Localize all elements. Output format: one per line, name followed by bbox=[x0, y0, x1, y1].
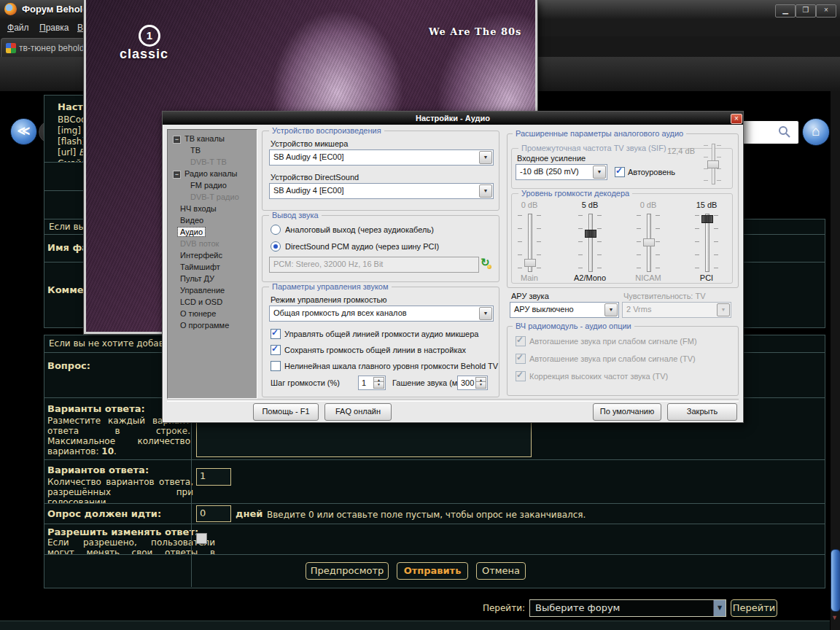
minimize-button[interactable]: ▁ bbox=[775, 4, 796, 18]
tree-expander-icon[interactable]: − bbox=[173, 136, 181, 144]
goto-button[interactable]: Перейти bbox=[731, 599, 777, 617]
tree-item-dvb-stream[interactable]: DVB поток bbox=[178, 239, 221, 248]
tree-item-control[interactable]: Управление bbox=[178, 286, 227, 295]
submit-row: Предпросмотр Отправить Отмена bbox=[44, 554, 825, 588]
settings-tree: −ТВ каналы ТВ DVB-T ТВ −Радио каналы FM … bbox=[167, 129, 257, 399]
analog-output-radio[interactable] bbox=[271, 225, 281, 235]
question-label: Вопрос: bbox=[47, 360, 90, 371]
close-button[interactable]: × bbox=[816, 4, 836, 18]
menu-file[interactable]: Файл bbox=[4, 21, 32, 34]
nonlinear-scale-checkbox[interactable] bbox=[271, 361, 281, 371]
poll-options-textarea[interactable] bbox=[196, 422, 532, 457]
dropdown-icon[interactable]: ▼ bbox=[479, 307, 492, 320]
tree-item-video[interactable]: Видео bbox=[178, 216, 206, 225]
directsound-device-label: Устройство DirectSound bbox=[271, 173, 359, 182]
faq-button[interactable]: FAQ онлайн bbox=[324, 403, 392, 421]
scrollbar-down-icon[interactable]: ▼ bbox=[831, 614, 838, 621]
count-label: Вариантов ответа: bbox=[47, 464, 149, 475]
settings-dialog: Настройки - Аудио × −ТВ каналы ТВ DVB-T … bbox=[162, 111, 744, 423]
dialog-titlebar: Настройки - Аудио bbox=[163, 112, 743, 125]
pcm-output-label: DirectSound PCM аудио (через шину PCI) bbox=[285, 242, 439, 251]
menu-edit[interactable]: Правка bbox=[36, 21, 72, 34]
tree-item-lcd-osd[interactable]: LCD и OSD bbox=[178, 298, 225, 306]
tree-expander-icon[interactable]: − bbox=[173, 171, 181, 179]
vh1-logo-icon: 1 bbox=[139, 25, 160, 47]
tree-item-about-tuner[interactable]: О тюнере bbox=[178, 309, 218, 318]
mixer-device-select[interactable]: SB Audigy 4 [EC00]▼ bbox=[269, 149, 494, 166]
goto-dropdown-icon[interactable]: ▼ bbox=[713, 600, 726, 616]
help-button[interactable]: Помощь - F1 bbox=[253, 403, 319, 421]
tree-item-audio[interactable]: Аудио bbox=[178, 228, 205, 236]
agc-label: АРУ звука bbox=[511, 292, 549, 300]
tree-item-about-program[interactable]: О программе bbox=[178, 321, 231, 330]
analog-output-label: Аналоговый выход (через аудиокабель) bbox=[285, 225, 434, 234]
poll-duration-input[interactable]: 0 bbox=[196, 505, 231, 522]
tab-favicon bbox=[6, 43, 16, 53]
directsound-device-select[interactable]: SB Audigy 4 [EC00]▼ bbox=[269, 183, 494, 199]
input-gain-select[interactable]: -10 dB (250 mV)▼ bbox=[516, 164, 607, 180]
scrollbar-thumb[interactable] bbox=[831, 549, 840, 612]
tree-item-tv-channels[interactable]: ТВ каналы bbox=[182, 134, 227, 143]
home-button[interactable]: ⌂ bbox=[802, 118, 830, 146]
vh1-classic-logo-text: classic bbox=[120, 47, 168, 62]
tree-item-remote[interactable]: Пульт ДУ bbox=[178, 274, 217, 283]
mixer-device-label: Устройство микшера bbox=[271, 139, 348, 148]
tree-item-dvbt-tv[interactable]: DVB-T ТВ bbox=[188, 158, 229, 166]
preview-button[interactable]: Предпросмотр bbox=[306, 562, 389, 580]
volume-step-spinner[interactable]: 1▲▼ bbox=[358, 376, 386, 390]
rf-tv-mute-label: Автогашение звука при слабом сигнале (TV… bbox=[529, 354, 696, 363]
pcm-output-radio[interactable] bbox=[271, 241, 281, 252]
autolevel-checkbox[interactable]: ✓ bbox=[615, 167, 625, 177]
tree-item-dvbt-radio[interactable]: DVB-T радио bbox=[188, 192, 241, 201]
goto-forum-value: Выберите форум bbox=[535, 602, 620, 613]
bottom-strip bbox=[0, 621, 840, 630]
close-dialog-button[interactable]: Закрыть bbox=[667, 403, 737, 421]
dropdown-icon[interactable]: ▼ bbox=[604, 303, 618, 316]
allow-change-checkbox[interactable] bbox=[196, 533, 207, 544]
spin-down-icon[interactable]: ▼ bbox=[475, 381, 486, 389]
tree-item-radio-channels[interactable]: Радио каналы bbox=[182, 169, 240, 178]
channel-overlay-text: We Are The 80s bbox=[429, 26, 521, 37]
goto-label: Перейти: bbox=[471, 603, 525, 613]
back-button[interactable]: ≪ bbox=[10, 118, 37, 145]
tree-item-lf-inputs[interactable]: НЧ входы bbox=[178, 204, 219, 213]
rf-audio-title: ВЧ радиомодуль - аудио опции bbox=[513, 322, 634, 330]
pcm-refresh-icon[interactable]: ↻ bbox=[481, 256, 490, 269]
goto-forum-select[interactable]: Выберите форум ▼ bbox=[529, 599, 726, 617]
tree-item-tv[interactable]: ТВ bbox=[188, 146, 203, 155]
sif-group-title: Промежуточная частота TV звука (SIF) bbox=[518, 144, 669, 152]
restore-button[interactable]: ❒ bbox=[796, 4, 816, 18]
slider-a2mono-thumb[interactable] bbox=[585, 230, 596, 238]
tree-item-interface[interactable]: Интерфейс bbox=[178, 251, 225, 260]
slider-nicam-thumb[interactable] bbox=[643, 238, 655, 246]
options-count-input[interactable]: 1 bbox=[196, 468, 231, 486]
duration-unit: дней bbox=[236, 508, 262, 519]
submit-button[interactable]: Отправить bbox=[397, 562, 468, 580]
tab-forum[interactable]: тв-тюнер beholder bbox=[1, 38, 87, 58]
save-volume-checkbox[interactable]: ✓ bbox=[271, 345, 281, 355]
output-group-title: Вывод звука bbox=[269, 211, 322, 219]
volume-mode-label: Режим управления громкостью bbox=[271, 295, 386, 304]
sif-level-value: 12,4 dB bbox=[650, 147, 695, 155]
agc-select[interactable]: АРУ выключено▼ bbox=[510, 302, 619, 318]
slider-pci-thumb[interactable] bbox=[701, 215, 713, 223]
mixer-line-checkbox[interactable]: ✓ bbox=[271, 329, 281, 339]
rf-tv-mute-checkbox: ✓ bbox=[516, 354, 526, 364]
tree-item-fm-radio[interactable]: FM радио bbox=[188, 181, 229, 190]
cancel-button[interactable]: Отмена bbox=[476, 562, 526, 580]
dropdown-icon[interactable]: ▼ bbox=[479, 184, 492, 198]
tree-item-timeshift[interactable]: Таймшифт bbox=[178, 262, 222, 271]
dialog-separator bbox=[167, 399, 739, 402]
dialog-close-button[interactable]: × bbox=[731, 114, 742, 124]
search-magnifier-icon[interactable] bbox=[778, 125, 791, 141]
slider-main-thumb[interactable] bbox=[524, 259, 536, 267]
sensitivity-label: Чувствительность: TV bbox=[623, 292, 706, 300]
save-volume-label: Сохранять громкость общей линии в настро… bbox=[284, 346, 466, 354]
dropdown-icon[interactable]: ▼ bbox=[479, 151, 492, 164]
volume-mode-select[interactable]: Общая громкость для всех каналов▼ bbox=[269, 306, 494, 322]
defaults-button[interactable]: По умолчанию bbox=[593, 403, 661, 421]
dropdown-icon[interactable]: ▼ bbox=[593, 166, 606, 179]
spin-down-icon[interactable]: ▼ bbox=[373, 381, 384, 389]
mute-time-spinner[interactable]: 300▲▼ bbox=[457, 376, 488, 390]
rf-fm-mute-checkbox: ✓ bbox=[516, 336, 526, 346]
